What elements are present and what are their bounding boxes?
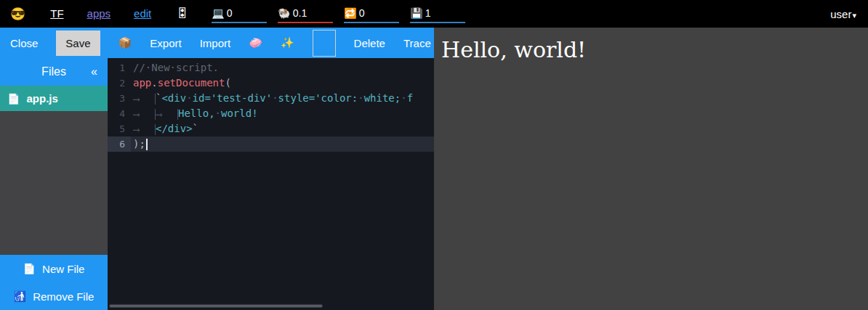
code-token: //·New·script. [133, 62, 219, 73]
code-token: <div [161, 92, 186, 104]
sparkles-icon-button[interactable]: ✨ [281, 36, 294, 49]
delete-button[interactable]: Delete [354, 37, 385, 49]
new-file-button[interactable]: 📄New File [0, 255, 108, 282]
cpu-stat[interactable]: 💻0 [212, 4, 267, 23]
code-token: Hello, [178, 107, 215, 119]
tab-marker: ⟶ [133, 94, 156, 105]
status-fields: 💻0🐏0.1🔁0💾1 [201, 4, 465, 23]
line-number: 1 [108, 60, 131, 76]
code-token: world! [221, 107, 258, 119]
save-button[interactable]: Save [56, 30, 100, 56]
code-line-1[interactable]: 1//·New·script. [108, 60, 434, 76]
files-sidebar: Files « 📄app.js 📄New File🚮Remove File [0, 58, 108, 310]
close-button[interactable]: Close [10, 37, 38, 49]
code-token: </div> [156, 123, 193, 134]
line-content: ⟶⟶Hello,·world! [131, 106, 434, 121]
file-list: 📄app.js [0, 86, 108, 111]
line-number: 4 [108, 106, 131, 121]
collapse-sidebar-button[interactable]: « [91, 65, 97, 78]
empty-outline-button[interactable] [313, 30, 336, 57]
code-token: · [401, 92, 406, 104]
code-token: style='color: [278, 92, 358, 104]
line-number: 6 [108, 136, 131, 152]
tab-marker: ⟶ [156, 109, 178, 120]
user-menu-button[interactable]: user▾ [830, 8, 856, 20]
file-name: app.js [26, 92, 57, 105]
storage-stat-icon: 💾 [410, 7, 422, 19]
code-line-6[interactable]: 6); [108, 136, 434, 152]
package-icon-button[interactable]: 📦 [118, 36, 132, 49]
import-button[interactable]: Import [200, 37, 231, 49]
code-token: ); [133, 138, 145, 150]
caret-down-icon: ▾ [852, 11, 856, 20]
user-label: user [830, 8, 851, 20]
new-file-button-label: New File [42, 263, 84, 275]
ram-stat-value: 0.1 [293, 7, 307, 19]
code-token: f [407, 92, 413, 104]
app-preview-panel: Hello, world! [434, 28, 868, 310]
code-token: ( [225, 77, 230, 89]
line-content: app.setDocument( [131, 76, 434, 91]
storage-stat[interactable]: 💾1 [410, 4, 465, 23]
editor-toolbar: CloseSave📦ExportImport🧼✨DeleteTrace [0, 28, 434, 58]
tab-marker: ⟶ [133, 124, 156, 135]
text-cursor [146, 139, 148, 150]
ram-stat[interactable]: 🐏0.1 [278, 4, 333, 23]
link-tf[interactable]: TF [50, 7, 63, 20]
remove-file-button-label: Remove File [33, 290, 94, 303]
code-line-4[interactable]: 4⟶⟶Hello,·world! [108, 106, 434, 121]
cpu-stat-icon: 💻 [212, 7, 224, 19]
cpu-stat-value: 0 [227, 7, 233, 19]
tab-marker: ⟶ [133, 109, 156, 120]
horizontal-scrollbar-thumb[interactable] [109, 304, 323, 308]
requests-stat-icon: 🔁 [344, 7, 356, 19]
link-apps[interactable]: apps [87, 7, 111, 20]
code-editor[interactable]: 1//·New·script.2app.setDocument(3⟶`<div·… [108, 58, 434, 310]
code-token: · [358, 92, 363, 104]
main-area: CloseSave📦ExportImport🧼✨DeleteTrace File… [0, 28, 868, 310]
top-nav: TFappsedit [25, 7, 151, 20]
requests-stat[interactable]: 🔁0 [344, 4, 399, 23]
code-line-2[interactable]: 2app.setDocument( [108, 76, 434, 91]
remove-file-button-icon: 🚮 [14, 290, 26, 302]
code-lines: 1//·New·script.2app.setDocument(3⟶`<div·… [108, 60, 434, 152]
line-content: //·New·script. [131, 60, 434, 76]
file-item-app.js[interactable]: 📄app.js [0, 86, 108, 111]
sidebar-actions: 📄New File🚮Remove File [0, 255, 108, 310]
sunglasses-emoji-logo[interactable]: 😎 [10, 7, 25, 22]
line-number: 3 [108, 91, 131, 106]
control-knobs-icon[interactable]: 🎛 [176, 7, 188, 21]
code-token: · [215, 107, 221, 119]
line-content: ⟶`<div·id='test-div'·style='color:·white… [131, 91, 434, 106]
export-button[interactable]: Export [150, 37, 181, 49]
file-list-empty-area [0, 111, 108, 255]
ide-pane: CloseSave📦ExportImport🧼✨DeleteTrace File… [0, 28, 434, 310]
line-number: 2 [108, 76, 131, 91]
code-token: setDocument [158, 77, 225, 89]
code-token: id='test-div' [193, 92, 273, 104]
workspace: Files « 📄app.js 📄New File🚮Remove File 1/… [0, 58, 434, 310]
line-number: 5 [108, 121, 131, 136]
remove-file-button[interactable]: 🚮Remove File [0, 282, 108, 310]
line-content: ⟶</div>` [131, 121, 434, 136]
code-token: · [272, 92, 278, 104]
link-edit[interactable]: edit [134, 7, 151, 20]
file-icon: 📄 [7, 93, 20, 105]
code-token: ` [193, 123, 198, 134]
code-line-3[interactable]: 3⟶`<div·id='test-div'·style='color:·whit… [108, 91, 434, 106]
requests-stat-value: 0 [359, 7, 365, 19]
storage-stat-value: 1 [425, 7, 431, 19]
ram-stat-icon: 🐏 [278, 7, 290, 19]
code-line-5[interactable]: 5⟶</div>` [108, 121, 434, 136]
files-header: Files « [0, 58, 108, 86]
code-token: white; [364, 92, 401, 104]
files-title: Files [41, 65, 66, 78]
trace-button[interactable]: Trace [403, 37, 431, 49]
code-token: . [151, 77, 157, 89]
code-token: app [133, 77, 151, 89]
top-bar: 😎 TFappsedit 🎛 💻0🐏0.1🔁0💾1 user▾ [0, 0, 868, 28]
hello-world-text: Hello, world! [441, 37, 868, 62]
line-content: ); [131, 136, 434, 152]
new-file-button-icon: 📄 [23, 263, 36, 274]
soap-icon-button[interactable]: 🧼 [249, 36, 262, 49]
